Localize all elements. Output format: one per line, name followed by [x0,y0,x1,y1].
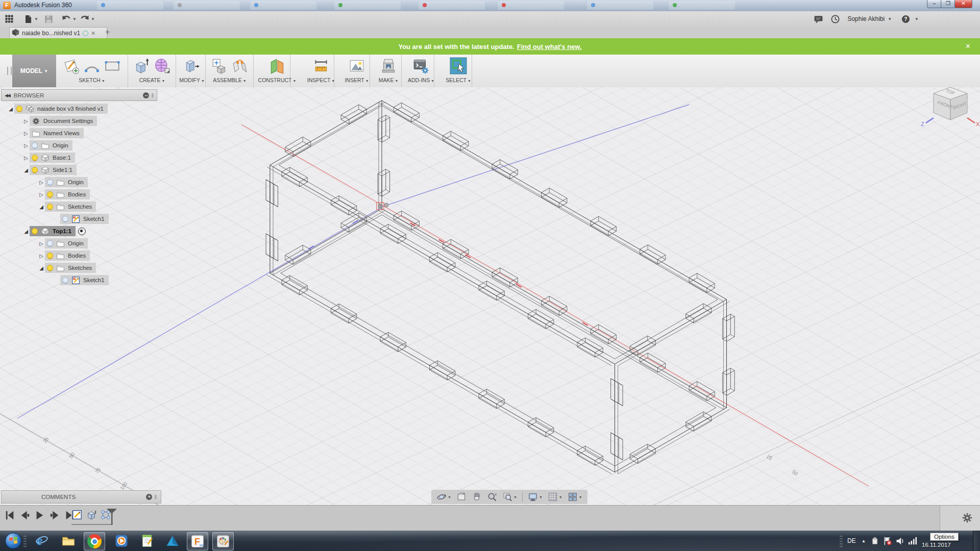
construction-plane-icon[interactable] [268,57,286,75]
browser-row-bodies[interactable]: ▷Bodies [38,251,90,261]
display-settings-icon[interactable]: ▼ [526,492,545,502]
new-component-icon[interactable] [210,57,229,75]
extrude-feature-icon[interactable] [86,509,97,522]
step-back-button[interactable] [20,510,30,522]
grid-display-icon[interactable]: ▼ [546,492,565,502]
visibility-bulb-icon[interactable] [32,167,38,173]
language-indicator[interactable]: DE [847,531,856,551]
tree-item-label[interactable]: Sketch1 [83,277,105,283]
taskbar-paint-icon[interactable] [212,532,234,550]
ribbon-group-label[interactable]: ASSEMBLE ▼ [213,77,246,83]
skip-to-start-button[interactable] [5,510,15,522]
browser-minus-icon[interactable]: – [143,92,149,98]
browser-row-origin[interactable]: ▷Origin [22,140,72,151]
pan-icon[interactable] [470,492,484,502]
select-icon[interactable] [449,57,468,75]
help-menu-caret[interactable]: ▼ [915,17,919,21]
expand-arrow-icon[interactable]: ▷ [22,131,30,136]
expand-arrow-icon[interactable]: ▷ [38,253,45,259]
create-sketch-icon[interactable] [62,57,81,75]
save-icon[interactable] [44,13,54,25]
collapse-panel-icon[interactable]: ◀◀ [5,93,10,98]
notification-icon[interactable] [814,13,823,25]
tree-item-label[interactable]: Bodies [68,253,86,259]
visibility-bulb-icon[interactable] [47,253,53,259]
visibility-bulb-icon[interactable] [47,191,53,197]
banner-link[interactable]: Find out what's new. [517,43,582,51]
visibility-bulb-icon[interactable] [47,240,53,246]
ribbon-group-label[interactable]: CREATE ▼ [139,77,165,83]
collapse-arrow-icon[interactable]: ◢ [22,229,30,234]
ribbon-grip[interactable] [7,67,12,75]
timeline-position-marker[interactable] [106,508,117,527]
look-at-icon[interactable] [454,492,469,502]
tree-item-label[interactable]: Top1:1 [53,228,71,234]
viewports-icon[interactable]: ▼ [566,492,584,502]
ribbon-group-label[interactable]: INSERT ▼ [345,77,369,83]
tree-item-label[interactable]: naiade box v3 finished v1 [37,106,104,112]
tree-item-label[interactable]: Origin [68,240,84,246]
help-icon[interactable]: ? [901,13,911,25]
browser-row-origin[interactable]: ▷Origin [38,238,88,248]
ribbon-group-label[interactable]: SELECT ▼ [446,77,471,83]
browser-row-bodies[interactable]: ▷Bodies [38,189,90,199]
ribbon-group-label[interactable]: MODIFY ▼ [179,77,205,83]
press-pull-icon[interactable] [183,57,201,75]
ribbon-group-label[interactable]: MAKE ▼ [379,77,399,83]
panel-resize-grip[interactable]: ‖ [151,92,154,98]
taskbar-date[interactable]: 16.11.2017 [922,542,951,548]
add-comment-icon[interactable]: + [146,494,152,500]
ribbon-group-label[interactable]: SKETCH ▼ [79,77,105,83]
model-viewport[interactable]: 2550751002550 TOP FRONT RIGHT Y Z X ◀◀ B… [0,87,980,505]
collapse-arrow-icon[interactable]: ◢ [38,265,45,271]
visibility-bulb-icon[interactable] [16,106,22,112]
measure-icon[interactable] [312,57,330,75]
visibility-bulb-icon[interactable] [32,228,38,234]
taskbar-chrome-icon[interactable] [84,532,105,550]
maximize-button[interactable]: ❐ [941,0,955,8]
browser-row-sketches[interactable]: ◢Sketches [38,202,96,212]
active-component-radio[interactable] [78,228,86,235]
step-forward-button[interactable] [50,510,60,522]
attached-canvas-icon[interactable] [348,57,366,75]
browser-row-sketch1[interactable]: Sketch1 [60,214,109,224]
visibility-bulb-icon[interactable] [62,216,68,222]
expand-arrow-icon[interactable]: ▷ [38,241,45,246]
taskbar-autodesk-app-icon[interactable] [162,532,183,549]
3d-print-icon[interactable] [379,57,398,75]
scripts-and-addins-icon[interactable] [412,57,430,75]
tree-item-label[interactable]: Base:1 [53,155,71,161]
taskbar-notepad-icon[interactable] [137,532,157,549]
tree-item-label[interactable]: Bodies [68,191,86,197]
workspace-switcher[interactable]: MODEL ▼ [12,55,56,87]
collapse-arrow-icon[interactable]: ◢ [38,204,45,210]
visibility-bulb-icon[interactable] [62,277,68,283]
network-signal-icon[interactable] [908,531,918,551]
taskbar-fusion-360-icon[interactable]: F360 [187,532,208,550]
visibility-bulb-icon[interactable] [47,265,53,271]
tree-item-label[interactable]: Sketch1 [83,216,105,222]
expand-arrow-icon[interactable]: ▷ [38,180,45,185]
user-name[interactable]: Sophie Akhibi [847,15,885,22]
view-cube[interactable]: TOP FRONT RIGHT Y Z X [919,87,980,133]
redo-icon[interactable]: ▼ [80,13,95,25]
browser-row-sketches[interactable]: ◢Sketches [38,263,96,273]
visibility-bulb-icon[interactable] [47,204,53,210]
fit-icon[interactable]: ▼ [500,492,519,502]
comments-panel[interactable]: COMMENTS + ‖ [1,490,161,504]
browser-row-named-views[interactable]: ▷Named Views [22,128,84,138]
browser-row-sketch1[interactable]: Sketch1 [60,275,109,285]
close-button[interactable]: ✕ [954,0,972,8]
play-button[interactable] [35,510,45,522]
visibility-bulb-icon[interactable] [32,142,38,148]
browser-row-document-settings[interactable]: ▷Document Settings [22,116,97,126]
tab-close-icon[interactable]: ✕ [91,30,95,37]
arc-icon[interactable] [83,57,101,75]
safely-remove-icon[interactable] [871,531,879,551]
volume-icon[interactable] [895,531,905,551]
ribbon-group-label[interactable]: ADD-INS ▼ [408,77,434,83]
job-status-icon[interactable] [830,13,840,25]
tree-item-label[interactable]: Side1:1 [53,167,72,173]
browser-header[interactable]: ◀◀ BROWSER – ‖ [1,89,157,101]
tree-item-label[interactable]: Origin [53,142,68,148]
